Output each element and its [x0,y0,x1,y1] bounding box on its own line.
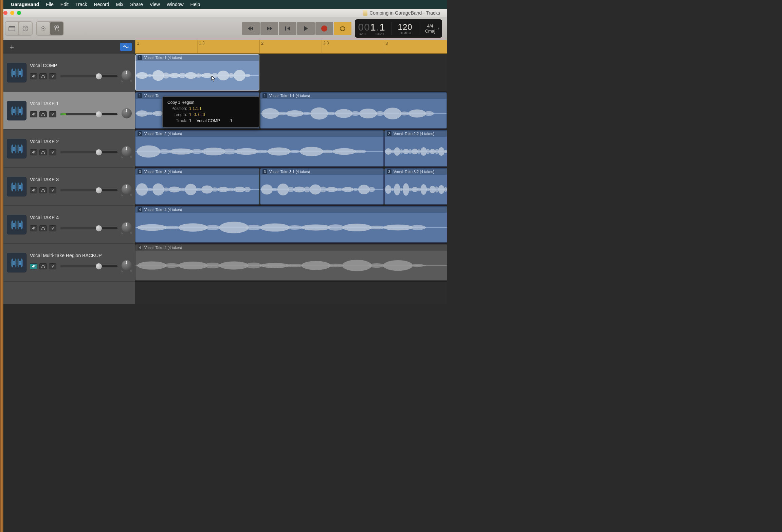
track-name-label[interactable]: Vocal TAKE 1 [30,101,132,106]
stop-button[interactable] [279,22,296,35]
track-name-label[interactable]: Vocal COMP [30,63,132,68]
region-header[interactable]: 4Vocal: Take 4 (4 takes) [135,245,447,251]
input-monitor-button[interactable] [49,111,56,117]
pan-knob[interactable] [122,184,132,194]
audio-region[interactable]: 4Vocal: Take 4 (4 takes) [135,206,447,243]
pan-knob[interactable] [122,146,132,156]
audio-region[interactable]: 3Vocal: Take 3.2 (4 takes) [384,168,447,205]
minimize-window-button[interactable] [10,11,14,15]
track-lane[interactable]: 3Vocal: Take 3 (4 takes) 3Vocal: Take 3.… [135,168,447,206]
track-icon[interactable] [7,63,26,82]
audio-region[interactable]: 1Vocal: Take 1 (4 takes) [135,54,259,91]
lcd-timesig[interactable]: 4/4 [427,23,433,28]
editors-button[interactable] [50,22,63,35]
region-lanes[interactable]: 1Vocal: Take 1 (4 takes) 1Vocal: Ta 1Voc… [135,54,447,282]
ruler-tick[interactable]: 2 [259,40,265,53]
track-header[interactable]: Vocal Multi-Take Region BACKUP LR [3,244,135,282]
rewind-button[interactable] [242,22,260,35]
solo-headphones-button[interactable] [39,73,47,79]
forward-button[interactable] [260,22,278,35]
close-window-button[interactable] [3,11,7,15]
track-lane[interactable]: 4Vocal: Take 4 (4 takes) [135,244,447,282]
mute-button[interactable] [30,73,37,79]
audio-region[interactable]: 4Vocal: Take 4 (4 takes) [135,244,447,281]
ruler-tick[interactable]: 3 [384,40,389,53]
lcd-tempo[interactable]: 120 [398,22,413,32]
region-header[interactable]: 4Vocal: Take 4 (4 takes) [135,207,447,213]
input-monitor-button[interactable] [49,73,56,79]
region-header[interactable]: 1Vocal: Take 1 (4 takes) [135,55,259,61]
track-name-label[interactable]: Vocal TAKE 3 [30,177,132,182]
track-icon[interactable] [7,139,26,158]
pan-knob[interactable] [122,108,132,118]
track-lane[interactable]: 1Vocal: Take 1 (4 takes) [135,54,447,92]
audio-region[interactable]: 3Vocal: Take 3.1 (4 takes) [260,168,384,205]
menu-track[interactable]: Track [75,2,87,7]
track-name-label[interactable]: Vocal TAKE 2 [30,139,132,144]
audio-region[interactable]: 2Vocal: Take 2.2 (4 takes) [384,130,447,167]
menu-edit[interactable]: Edit [60,2,69,7]
track-lane[interactable]: 4Vocal: Take 4 (4 takes) [135,206,447,244]
region-header[interactable]: 1Vocal: Take 1.1 (4 takes) [260,93,447,99]
menu-file[interactable]: File [46,2,54,7]
active-app-name[interactable]: GarageBand [11,2,39,7]
arrange-area[interactable]: 11.322.33 1Vocal: Take 1 (4 takes) 1Voca… [135,40,447,304]
input-monitor-button[interactable] [49,149,56,155]
cycle-button[interactable] [334,22,351,35]
track-icon[interactable] [7,215,26,234]
solo-headphones-button[interactable] [39,149,47,155]
audio-region[interactable]: 3Vocal: Take 3 (4 takes) [135,168,259,205]
lcd-key[interactable]: Cmaj [425,28,435,34]
track-header[interactable]: Vocal TAKE 2 LR [3,130,135,168]
pan-knob[interactable] [122,222,132,232]
zoom-window-button[interactable] [17,11,21,15]
automation-toggle-button[interactable] [120,43,132,51]
track-name-label[interactable]: Vocal Multi-Take Region BACKUP [30,253,132,258]
input-monitor-button[interactable] [49,225,56,231]
mute-button[interactable] [30,149,37,155]
track-icon[interactable] [7,253,26,272]
solo-headphones-button[interactable] [39,187,47,193]
timeline-ruler[interactable]: 11.322.33 [135,40,447,54]
region-header[interactable]: 2Vocal: Take 2 (4 takes) [135,131,383,137]
menu-window[interactable]: Window [167,2,184,7]
smart-controls-button[interactable] [37,22,50,35]
lcd-display[interactable]: 001.1 BARBEAT 120 TEMPO 4/4 Cmaj ▼ [355,19,442,38]
solo-headphones-button[interactable] [39,225,47,231]
play-button[interactable] [297,22,315,35]
track-header[interactable]: Vocal TAKE 3 LR [3,168,135,206]
volume-slider[interactable] [60,75,117,77]
library-button[interactable] [5,22,18,35]
region-header[interactable]: 2Vocal: Take 2.2 (4 takes) [385,131,447,137]
track-icon[interactable] [7,101,26,120]
volume-slider[interactable] [60,265,117,267]
track-header[interactable]: Vocal COMP LR [3,54,135,92]
ruler-tick[interactable]: 1.3 [197,40,206,53]
menu-mix[interactable]: Mix [116,2,124,7]
region-header[interactable]: 3Vocal: Take 3.2 (4 takes) [385,169,447,175]
track-header[interactable]: Vocal TAKE 4 LR [3,206,135,244]
quick-help-button[interactable]: ? [19,22,32,35]
record-button[interactable] [315,22,333,35]
add-track-button[interactable]: ＋ [7,43,17,51]
pan-knob[interactable] [122,260,132,270]
mute-button[interactable] [30,187,37,193]
track-header[interactable]: Vocal TAKE 1 LR [3,92,135,130]
solo-headphones-button[interactable] [39,111,47,117]
solo-headphones-button[interactable] [39,263,47,269]
region-header[interactable]: 3Vocal: Take 3.1 (4 takes) [260,169,383,175]
volume-slider[interactable] [60,189,117,191]
input-monitor-button[interactable] [49,187,56,193]
mute-button[interactable] [30,225,37,231]
track-name-label[interactable]: Vocal TAKE 4 [30,215,132,220]
menu-view[interactable]: View [150,2,160,7]
menu-share[interactable]: Share [130,2,143,7]
pan-knob[interactable] [122,70,132,80]
region-header[interactable]: 3Vocal: Take 3 (4 takes) [135,169,259,175]
menu-record[interactable]: Record [94,2,109,7]
ruler-tick[interactable]: 1 [135,40,141,53]
volume-slider[interactable] [60,151,117,153]
audio-region[interactable]: 2Vocal: Take 2 (4 takes) [135,130,384,167]
volume-slider[interactable] [60,227,117,229]
track-icon[interactable] [7,177,26,196]
